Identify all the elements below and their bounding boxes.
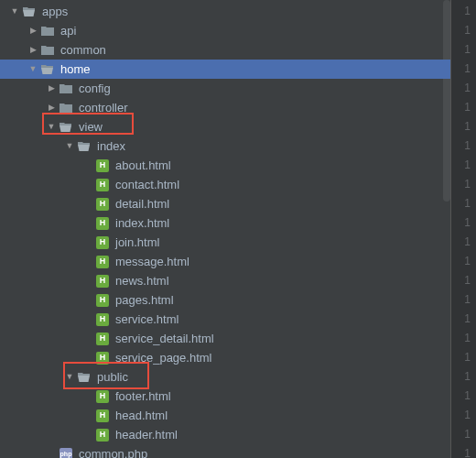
tree-item-label: message.html bbox=[115, 252, 450, 271]
tree-item-label: public bbox=[97, 367, 450, 387]
tree-item-label: news.html bbox=[115, 271, 450, 290]
line-number: 1 bbox=[464, 310, 476, 329]
tree-item-view[interactable]: ▼view bbox=[0, 117, 450, 136]
line-number: 1 bbox=[464, 175, 476, 194]
tree-item-service-html[interactable]: ▶Hservice.html bbox=[0, 310, 450, 329]
tree-item-common[interactable]: ▶common bbox=[0, 40, 450, 60]
html-file-icon: H bbox=[95, 409, 110, 423]
tree-item-label: home bbox=[60, 60, 450, 79]
tree-item-about-html[interactable]: ▶Habout.html bbox=[0, 156, 450, 175]
tree-item-label: footer.html bbox=[115, 387, 450, 406]
tree-item-controller[interactable]: ▶controller bbox=[0, 98, 450, 117]
line-number: 1 bbox=[464, 60, 476, 79]
tree-item-label: api bbox=[60, 21, 450, 40]
tree-item-label: header.html bbox=[115, 425, 450, 444]
tree-item-label: index bbox=[97, 136, 450, 156]
folder-open-icon bbox=[77, 370, 92, 385]
tree-item-label: controller bbox=[79, 98, 450, 117]
line-number: 1 bbox=[464, 21, 476, 40]
tree-item-news-html[interactable]: ▶Hnews.html bbox=[0, 271, 450, 290]
tree-item-common-php[interactable]: ▶phpcommon.php bbox=[0, 444, 450, 458]
tree-item-label: service_detail.html bbox=[115, 329, 450, 348]
chevron-right-icon[interactable]: ▶ bbox=[46, 103, 57, 114]
tree-item-public[interactable]: ▼public bbox=[0, 367, 450, 387]
tree-item-label: view bbox=[79, 117, 450, 136]
folder-icon bbox=[40, 43, 55, 58]
tree-item-label: head.html bbox=[115, 406, 450, 425]
folder-open-icon bbox=[59, 120, 73, 135]
tree-item-pages-html[interactable]: ▶Hpages.html bbox=[0, 290, 450, 310]
html-file-icon: H bbox=[95, 255, 110, 269]
line-number: 1 bbox=[464, 98, 476, 117]
html-file-icon: H bbox=[95, 274, 110, 289]
html-file-icon: H bbox=[95, 293, 110, 308]
tree-item-join-html[interactable]: ▶Hjoin.html bbox=[0, 233, 450, 252]
html-file-icon: H bbox=[95, 332, 110, 346]
folder-icon bbox=[59, 82, 73, 96]
tree-item-header-html[interactable]: ▶Hheader.html bbox=[0, 425, 450, 444]
chevron-down-icon[interactable]: ▼ bbox=[64, 372, 75, 383]
line-number: 1 bbox=[464, 425, 476, 444]
tree-item-label: contact.html bbox=[115, 175, 450, 194]
line-number: 1 bbox=[464, 40, 476, 60]
tree-item-footer-html[interactable]: ▶Hfooter.html bbox=[0, 387, 450, 406]
tree-item-label: apps bbox=[42, 2, 450, 21]
tree-item-contact-html[interactable]: ▶Hcontact.html bbox=[0, 175, 450, 194]
chevron-right-icon[interactable]: ▶ bbox=[27, 45, 38, 56]
line-number: 1 bbox=[464, 406, 476, 425]
tree-item-apps[interactable]: ▼apps bbox=[0, 2, 450, 21]
tree-item-index-html[interactable]: ▶Hindex.html bbox=[0, 213, 450, 233]
tree-item-api[interactable]: ▶api bbox=[0, 21, 450, 40]
tree-item-label: index.html bbox=[115, 213, 450, 233]
tree-item-label: service.html bbox=[115, 310, 450, 329]
folder-open-icon bbox=[40, 62, 55, 77]
chevron-down-icon[interactable]: ▼ bbox=[9, 6, 20, 17]
html-file-icon: H bbox=[95, 235, 110, 250]
line-number: 1 bbox=[464, 117, 476, 136]
line-number: 1 bbox=[464, 194, 476, 213]
tree-item-label: detail.html bbox=[115, 194, 450, 213]
tree-item-message-html[interactable]: ▶Hmessage.html bbox=[0, 252, 450, 271]
line-number: 1 bbox=[464, 290, 476, 310]
tree-item-label: service_page.html bbox=[115, 348, 450, 367]
line-number: 1 bbox=[464, 271, 476, 290]
folder-open-icon bbox=[22, 5, 37, 19]
tree-item-label: common.php bbox=[79, 444, 450, 458]
project-tree-panel[interactable]: ▼apps▶api▶common▼home▶config▶controller▼… bbox=[0, 0, 450, 458]
line-number: 1 bbox=[464, 329, 476, 348]
line-number: 1 bbox=[464, 233, 476, 252]
line-number: 1 bbox=[464, 156, 476, 175]
line-number: 1 bbox=[464, 444, 476, 458]
tree-item-label: config bbox=[79, 79, 450, 98]
html-file-icon: H bbox=[95, 312, 110, 327]
line-number: 1 bbox=[464, 2, 476, 21]
tree-item-label: pages.html bbox=[115, 290, 450, 310]
folder-icon bbox=[59, 101, 73, 115]
chevron-down-icon[interactable]: ▼ bbox=[46, 122, 57, 133]
tree-item-config[interactable]: ▶config bbox=[0, 79, 450, 98]
line-number: 1 bbox=[464, 367, 476, 387]
tree-item-label: about.html bbox=[115, 156, 450, 175]
tree-item-index[interactable]: ▼index bbox=[0, 136, 450, 156]
line-number: 1 bbox=[464, 252, 476, 271]
html-file-icon: H bbox=[95, 178, 110, 192]
html-file-icon: H bbox=[95, 351, 110, 365]
html-file-icon: H bbox=[95, 197, 110, 212]
line-number: 1 bbox=[464, 387, 476, 406]
tree-item-home[interactable]: ▼home bbox=[0, 60, 450, 79]
chevron-right-icon[interactable]: ▶ bbox=[27, 26, 38, 37]
line-number: 1 bbox=[464, 136, 476, 156]
line-number: 1 bbox=[464, 348, 476, 367]
tree-item-service_page-html[interactable]: ▶Hservice_page.html bbox=[0, 348, 450, 367]
php-file-icon: php bbox=[59, 447, 73, 459]
chevron-right-icon[interactable]: ▶ bbox=[46, 83, 57, 94]
folder-icon bbox=[40, 24, 55, 38]
tree-item-head-html[interactable]: ▶Hhead.html bbox=[0, 406, 450, 425]
tree-item-service_detail-html[interactable]: ▶Hservice_detail.html bbox=[0, 329, 450, 348]
line-number: 1 bbox=[464, 79, 476, 98]
tree-item-label: join.html bbox=[115, 233, 450, 252]
chevron-down-icon[interactable]: ▼ bbox=[64, 141, 75, 152]
html-file-icon: H bbox=[95, 216, 110, 231]
tree-item-detail-html[interactable]: ▶Hdetail.html bbox=[0, 194, 450, 213]
chevron-down-icon[interactable]: ▼ bbox=[27, 64, 38, 75]
